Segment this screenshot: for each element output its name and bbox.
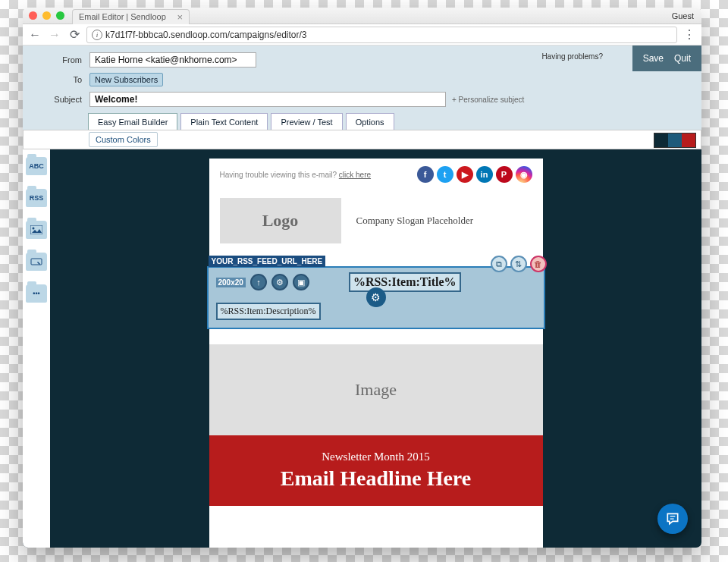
to-chip[interactable]: New Subscribers xyxy=(89,73,163,86)
cta-glyph-icon xyxy=(30,257,42,266)
save-button[interactable]: Save xyxy=(643,53,664,64)
color-swatches xyxy=(654,133,696,148)
tab-preview[interactable]: Preview / Test xyxy=(271,113,342,130)
block-more-icon[interactable]: ••• xyxy=(26,284,47,303)
newsletter-subtitle: Newsletter Month 2015 xyxy=(217,451,535,463)
browser-menu-icon[interactable]: ⋮ xyxy=(682,27,697,42)
canvas[interactable]: Having trouble viewing this e-mail? clic… xyxy=(50,149,701,548)
headline-block[interactable]: Newsletter Month 2015 Email Headline Her… xyxy=(209,435,543,506)
reload-button[interactable]: ⟳ xyxy=(67,27,82,42)
url-text: k7d1f7f-bbbca0.sendloop.com/campaigns/ed… xyxy=(105,30,307,40)
tab-close-icon[interactable]: × xyxy=(177,11,183,23)
subject-label: Subject xyxy=(29,95,89,104)
social-row: f t ▶ in P ◉ xyxy=(417,166,532,183)
duplicate-button[interactable]: ⧉ xyxy=(491,256,507,272)
quit-button[interactable]: Quit xyxy=(674,53,691,64)
help-fab[interactable] xyxy=(657,504,688,534)
image-placeholder[interactable]: Image xyxy=(209,344,543,435)
rss-desc-merge[interactable]: %RSS:Item:Description% xyxy=(216,303,321,320)
back-button[interactable]: ← xyxy=(27,27,42,42)
to-label: To xyxy=(29,75,89,84)
profile-label[interactable]: Guest xyxy=(672,11,694,20)
image-dimensions: 200x20 xyxy=(216,278,246,287)
rss-url-badge: YOUR_RSS_FEED_URL_HERE xyxy=(209,256,326,267)
titlebar: Email Editor | Sendloop × Guest xyxy=(23,8,701,24)
window-zoom-icon[interactable] xyxy=(56,11,64,20)
svg-point-1 xyxy=(33,228,35,230)
block-text-icon[interactable]: ABC xyxy=(26,157,47,175)
tab-strip: Email Editor | Sendloop × xyxy=(72,8,190,24)
custom-colors-button[interactable]: Custom Colors xyxy=(89,132,158,147)
personalize-link[interactable]: + Personalize subject xyxy=(452,96,524,104)
address-bar[interactable]: i k7d1f7f-bbbca0.sendloop.com/campaigns/… xyxy=(86,27,677,43)
upload-icon[interactable]: ↑ xyxy=(250,274,267,290)
header-actions: Save Quit xyxy=(632,46,701,71)
slogan-text[interactable]: Company Slogan Placeholder xyxy=(356,215,474,227)
move-button[interactable]: ⇅ xyxy=(510,256,527,272)
block-sidebar: ABC RSS ••• xyxy=(23,149,50,548)
tab-options[interactable]: Options xyxy=(346,113,394,130)
block-gear-icon[interactable]: ⚙ xyxy=(366,287,386,307)
block-cta-icon[interactable] xyxy=(26,253,47,271)
swatch-2[interactable] xyxy=(668,133,682,147)
settings-icon[interactable]: ⚙ xyxy=(271,274,288,290)
tab-easy-builder[interactable]: Easy Email Builder xyxy=(88,113,177,130)
subject-input[interactable] xyxy=(89,92,446,107)
block-rss-icon[interactable]: RSS xyxy=(26,189,47,207)
forward-button[interactable]: → xyxy=(47,27,62,42)
replace-image-icon[interactable]: ▣ xyxy=(293,274,309,290)
twitter-icon[interactable]: t xyxy=(437,166,453,183)
trouble-link[interactable]: click here xyxy=(339,171,371,179)
from-input[interactable] xyxy=(89,52,256,68)
youtube-icon[interactable]: ▶ xyxy=(457,166,473,183)
rss-block[interactable]: YOUR_RSS_FEED_URL_HERE ⧉ ⇅ 🗑 200x20 ↑ ⚙ … xyxy=(207,266,545,329)
tab-title: Email Editor | Sendloop xyxy=(79,12,166,21)
work-area: ABC RSS ••• Having trouble viewing this … xyxy=(23,149,701,548)
rss-title-merge[interactable]: %RSS:Item:Title% xyxy=(349,272,461,292)
linkedin-icon[interactable]: in xyxy=(476,166,493,183)
email-headline: Email Headline Here xyxy=(217,466,535,491)
email-preview: Having trouble viewing this e-mail? clic… xyxy=(209,159,543,548)
instagram-icon[interactable]: ◉ xyxy=(516,166,532,183)
tab-plain-text[interactable]: Plain Text Content xyxy=(180,113,268,130)
from-label: From xyxy=(29,55,89,64)
block-controls: ⧉ ⇅ 🗑 xyxy=(491,256,547,272)
pinterest-icon[interactable]: P xyxy=(496,166,513,183)
site-info-icon[interactable]: i xyxy=(92,30,102,40)
svg-rect-2 xyxy=(31,259,42,265)
swatch-1[interactable] xyxy=(654,133,668,147)
image-glyph-icon xyxy=(30,225,42,234)
browser-tab[interactable]: Email Editor | Sendloop × xyxy=(72,9,190,24)
svg-rect-0 xyxy=(30,225,42,234)
browser-window: Email Editor | Sendloop × Guest ← → ⟳ i … xyxy=(23,8,701,548)
editor-tabs: Easy Email Builder Plain Text Content Pr… xyxy=(88,112,701,130)
logo-placeholder[interactable]: Logo xyxy=(220,198,341,243)
trouble-text: Having trouble viewing this e-mail? clic… xyxy=(220,171,372,179)
having-problems-link[interactable]: Having problems? xyxy=(541,52,603,61)
facebook-icon[interactable]: f xyxy=(417,166,434,183)
sub-toolbar: Custom Colors xyxy=(23,130,701,149)
chat-icon xyxy=(665,511,680,526)
delete-button[interactable]: 🗑 xyxy=(530,256,547,272)
editor-header: Save Quit Having problems? From To New S… xyxy=(23,46,701,130)
traffic-lights xyxy=(29,11,64,20)
swatch-3[interactable] xyxy=(682,133,695,147)
window-close-icon[interactable] xyxy=(29,11,37,20)
address-row: ← → ⟳ i k7d1f7f-bbbca0.sendloop.com/camp… xyxy=(23,24,701,46)
window-minimize-icon[interactable] xyxy=(42,11,51,20)
block-image-icon[interactable] xyxy=(26,221,47,239)
